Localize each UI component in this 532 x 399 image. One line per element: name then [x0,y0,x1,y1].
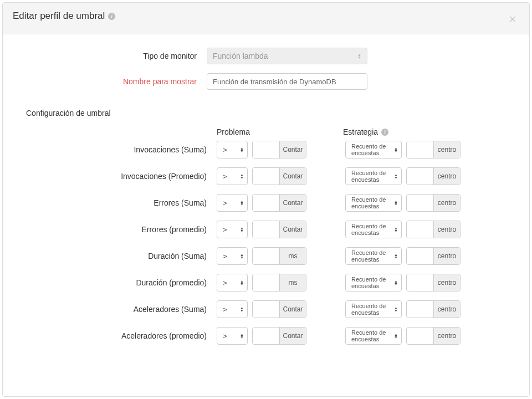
strategy-unit-addon: centro [433,221,460,238]
close-button[interactable]: × [506,13,519,26]
strategy-select[interactable]: Recuento de encuestas ▲▼ [345,194,402,212]
column-problem: Problema [217,127,343,136]
operator-value: > [223,172,227,181]
strategy-value-group: centro [406,167,461,185]
threshold-label: Invocaciones (Promedio) [18,172,217,181]
problem-unit-addon: ms [279,248,306,264]
operator-value: > [223,279,227,287]
strategy-value-group: centro [406,274,461,291]
strategy-value-input[interactable] [407,248,433,264]
modal-header: Editar perfil de umbral i × [3,3,529,34]
problem-unit-addon: Contar [279,195,306,211]
strategy-select[interactable]: Recuento de encuestas ▲▼ [345,141,402,158]
problem-unit-addon: Contar [279,328,306,344]
strategy-value-group: centro [406,141,461,158]
strategy-value-group: centro [406,327,461,345]
operator-value: > [223,146,227,154]
threshold-section-title: Configuración de umbral [26,109,514,117]
threshold-row: Invocaciones (Suma) > ▲▼ Contar Recuento… [18,141,514,158]
strategy-value: Recuento de encuestas [351,223,391,236]
strategy-unit-addon: centro [433,195,460,211]
column-strategy: Estrategia i [343,127,388,136]
threshold-label: Errores (promedio) [18,225,217,234]
operator-value: > [223,199,227,207]
problem-value-input[interactable] [253,301,279,318]
operator-select[interactable]: > ▲▼ [217,194,248,212]
select-arrows-icon: ▲▼ [394,227,398,232]
strategy-unit-addon: centro [433,328,460,344]
problem-unit-addon: Contar [279,141,306,158]
select-arrows-icon: ▲▼ [240,227,244,232]
operator-value: > [223,226,227,234]
select-arrows-icon: ▲▼ [394,253,398,259]
strategy-select[interactable]: Recuento de encuestas ▲▼ [345,167,402,185]
display-name-label: Nombre para mostrar [18,77,207,86]
problem-value-input[interactable] [253,195,279,211]
display-name-row: Nombre para mostrar [18,73,514,90]
threshold-columns-header: Problema Estrategia i [18,127,514,136]
strategy-value-input[interactable] [407,328,433,344]
info-icon[interactable]: i [108,13,115,20]
strategy-value-group: centro [406,221,461,238]
strategy-select[interactable]: Recuento de encuestas ▲▼ [345,274,402,291]
threshold-row: Aceleradores (Suma) > ▲▼ Contar Recuento… [18,300,514,318]
select-arrows-icon: ▲▼ [394,306,398,312]
operator-select[interactable]: > ▲▼ [217,221,248,238]
problem-value-input[interactable] [253,221,279,238]
problem-value-group: Contar [252,327,306,345]
info-icon[interactable]: i [381,129,388,136]
monitor-type-row: Tipo de monitor Función lambda ▲▼ [18,48,514,64]
select-arrows-icon: ▲▼ [394,200,398,206]
strategy-select[interactable]: Recuento de encuestas ▲▼ [345,327,402,345]
strategy-value-input[interactable] [407,301,433,318]
problem-value-input[interactable] [253,168,279,185]
display-name-input[interactable] [207,73,367,90]
threshold-label: Errores (Suma) [18,198,217,207]
problem-unit-addon: Contar [279,168,306,185]
strategy-value-input[interactable] [407,168,433,185]
problem-value-input[interactable] [253,141,279,158]
monitor-type-label: Tipo de monitor [18,52,207,60]
operator-select[interactable]: > ▲▼ [217,247,248,265]
select-arrows-icon: ▲▼ [240,333,244,339]
strategy-value-input[interactable] [407,221,433,238]
threshold-label: Aceleradores (Suma) [18,305,217,314]
threshold-label: Aceleradores (promedio) [18,331,217,340]
threshold-label: Invocaciones (Suma) [18,145,217,154]
strategy-unit-addon: centro [433,248,460,264]
operator-value: > [223,332,227,340]
problem-value-group: Contar [252,221,306,238]
problem-value-group: Contar [252,141,306,158]
problem-unit-addon: Contar [279,301,306,318]
operator-select[interactable]: > ▲▼ [217,274,248,291]
operator-select[interactable]: > ▲▼ [217,300,248,318]
strategy-value-group: centro [406,300,461,318]
monitor-type-value: Función lambda [213,52,268,60]
operator-select[interactable]: > ▲▼ [217,141,248,158]
strategy-value: Recuento de encuestas [351,196,391,209]
problem-value-input[interactable] [253,274,279,291]
select-arrows-icon: ▲▼ [240,173,244,179]
strategy-unit-addon: centro [433,141,460,158]
operator-select[interactable]: > ▲▼ [217,327,248,345]
threshold-row: Duración (promedio) > ▲▼ ms Recuento de … [18,274,514,291]
strategy-unit-addon: centro [433,274,460,291]
select-arrows-icon: ▲▼ [240,280,244,285]
threshold-row: Errores (promedio) > ▲▼ Contar Recuento … [18,221,514,238]
header-spacer [18,127,217,136]
strategy-value-input[interactable] [407,195,433,211]
threshold-row: Aceleradores (promedio) > ▲▼ Contar Recu… [18,327,514,345]
threshold-row: Invocaciones (Promedio) > ▲▼ Contar Recu… [18,167,514,185]
select-arrows-icon: ▲▼ [240,147,244,152]
problem-value-input[interactable] [253,328,279,344]
operator-select[interactable]: > ▲▼ [217,167,248,185]
select-arrows-icon: ▲▼ [240,253,244,259]
problem-value-input[interactable] [253,248,279,264]
strategy-value-input[interactable] [407,141,433,158]
strategy-select[interactable]: Recuento de encuestas ▲▼ [345,247,402,265]
select-arrows-icon: ▲▼ [394,333,398,339]
strategy-value-input[interactable] [407,274,433,291]
strategy-select[interactable]: Recuento de encuestas ▲▼ [345,300,402,318]
strategy-select[interactable]: Recuento de encuestas ▲▼ [345,221,402,238]
select-arrows-icon: ▲▼ [240,200,244,206]
